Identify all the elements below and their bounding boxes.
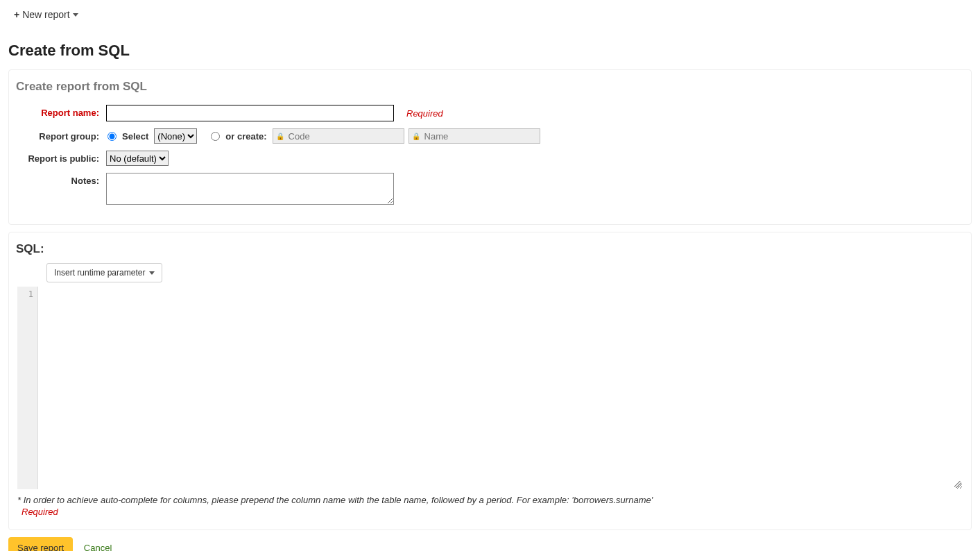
group-name-input — [423, 130, 540, 142]
save-button[interactable]: Save report — [8, 537, 73, 551]
notes-textarea[interactable] — [106, 173, 394, 205]
caret-down-icon — [149, 271, 155, 275]
row-report-group: Report group: Select (None) or create: 🔒… — [16, 128, 964, 144]
toolbar: + New report — [0, 0, 980, 29]
sql-code-area[interactable] — [38, 287, 963, 489]
group-name-field: 🔒 — [409, 128, 540, 144]
sql-panel: SQL: Insert runtime parameter 1 * In ord… — [8, 232, 972, 530]
new-report-button[interactable]: + New report — [8, 6, 84, 24]
group-select-radio[interactable] — [108, 132, 117, 141]
group-code-input — [287, 130, 404, 142]
editor-gutter: 1 — [17, 287, 38, 489]
report-name-input[interactable] — [106, 105, 394, 121]
group-select-dropdown[interactable]: (None) — [154, 128, 197, 144]
label-notes: Notes: — [16, 173, 106, 186]
group-select-label: Select — [122, 131, 148, 142]
label-report-name: Report name: — [16, 105, 106, 118]
sql-editor: 1 — [17, 287, 963, 489]
group-create-radio[interactable] — [211, 132, 220, 141]
form-panel: Create report from SQL Report name: Requ… — [8, 69, 972, 225]
insert-param-label: Insert runtime parameter — [54, 268, 145, 278]
label-report-public: Report is public: — [16, 151, 106, 164]
gutter-line-1: 1 — [17, 289, 33, 299]
new-report-label: New report — [22, 9, 69, 20]
caret-down-icon — [73, 13, 78, 17]
insert-runtime-parameter-button[interactable]: Insert runtime parameter — [46, 263, 162, 282]
sql-panel-heading: SQL: — [16, 242, 964, 256]
lock-icon: 🔒 — [273, 133, 287, 140]
group-create-label: or create: — [225, 131, 266, 142]
label-report-group: Report group: — [16, 128, 106, 142]
report-name-required-hint: Required — [406, 108, 443, 119]
row-report-public: Report is public: No (default) — [16, 151, 964, 166]
actions-bar: Save report Cancel — [8, 537, 972, 551]
form-panel-heading: Create report from SQL — [16, 80, 964, 94]
lock-icon: 🔒 — [409, 133, 423, 140]
group-code-field: 🔒 — [273, 128, 404, 144]
report-public-select[interactable]: No (default) — [106, 151, 169, 166]
sql-footnote: * In order to achieve auto-complete for … — [17, 495, 963, 505]
row-report-name: Report name: Required — [16, 105, 964, 121]
page-title: Create from SQL — [8, 42, 972, 60]
cancel-link[interactable]: Cancel — [84, 543, 112, 551]
plus-icon: + — [14, 9, 19, 20]
sql-required-hint: Required — [22, 507, 963, 517]
resize-handle-icon — [954, 481, 961, 488]
row-notes: Notes: — [16, 173, 964, 205]
